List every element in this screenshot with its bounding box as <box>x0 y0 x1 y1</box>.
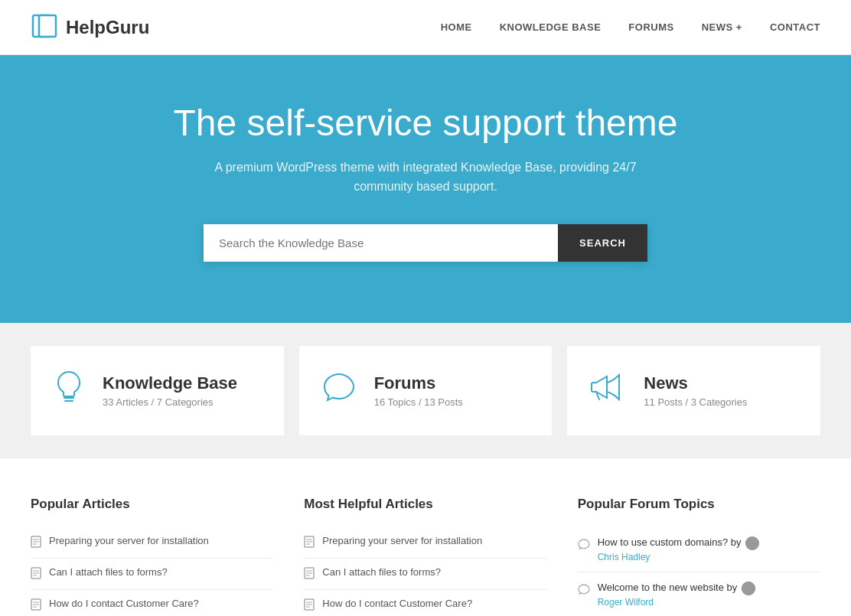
list-item[interactable]: How to use custom domains? by Chris Hadl… <box>578 527 820 572</box>
chat-icon <box>322 371 356 410</box>
search-input[interactable] <box>204 224 558 262</box>
forum-topics-heading: Popular Forum Topics <box>578 497 820 512</box>
list-item[interactable]: How do I contact Customer Care? <box>304 590 546 616</box>
article-title: Can I attach files to forms? <box>49 566 168 578</box>
logo[interactable]: HelpGuru <box>31 14 149 41</box>
forum-author-link[interactable]: Roger Wilford <box>598 597 654 608</box>
list-item[interactable]: Preparing your server for installation <box>304 527 546 559</box>
search-button[interactable]: SEARCH <box>558 224 647 262</box>
main-nav: HOME KNOWLEDGE BASE FORUMS NEWS + CONTAC… <box>441 21 820 33</box>
hero-title: The self-service support theme <box>15 101 836 145</box>
article-icon <box>31 598 41 613</box>
forum-item-content: How to use custom domains? by Chris Hadl… <box>598 536 761 562</box>
forum-topic-meta: Roger Wilford <box>598 597 757 608</box>
nav-knowledge-base[interactable]: KNOWLEDGE BASE <box>500 21 602 33</box>
article-title: Preparing your server for installation <box>322 535 482 546</box>
list-item[interactable]: Preparing your server for installation <box>31 527 273 559</box>
knowledge-base-title: Knowledge Base <box>103 373 237 393</box>
header: HelpGuru HOME KNOWLEDGE BASE FORUMS NEWS… <box>0 0 851 55</box>
logo-text: HelpGuru <box>66 17 149 38</box>
popular-articles-col: Popular Articles Preparing your server f… <box>31 497 273 616</box>
hero-subtitle: A premium WordPress theme with integrate… <box>211 158 640 197</box>
knowledge-base-detail: 33 Articles / 7 Categories <box>103 396 237 408</box>
search-bar: SEARCH <box>204 224 647 262</box>
list-item[interactable]: How do I contact Customer Care? <box>31 590 273 616</box>
popular-articles-heading: Popular Articles <box>31 497 273 512</box>
forums-title: Forums <box>374 373 463 393</box>
article-icon <box>31 567 41 582</box>
logo-icon <box>31 14 58 41</box>
nav-news[interactable]: NEWS + <box>702 21 742 33</box>
forums-info: Forums 16 Topics / 13 Posts <box>374 373 463 408</box>
helpful-articles-list: Preparing your server for installation C… <box>304 527 546 616</box>
article-icon <box>304 536 315 550</box>
article-title: Can I attach files to forms? <box>322 566 441 578</box>
nav-home[interactable]: HOME <box>441 21 472 33</box>
article-title: How do I contact Customer Care? <box>322 598 472 609</box>
article-title: Preparing your server for installation <box>49 535 209 546</box>
knowledge-base-info: Knowledge Base 33 Articles / 7 Categorie… <box>103 373 237 408</box>
popular-articles-list: Preparing your server for installation C… <box>31 527 273 616</box>
helpful-articles-col: Most Helpful Articles Preparing your ser… <box>304 497 546 616</box>
avatar <box>745 536 759 550</box>
article-icon <box>304 598 315 613</box>
list-item[interactable]: Welcome to the new website by Roger Wilf… <box>578 572 820 616</box>
article-title: How do I contact Customer Care? <box>49 598 199 609</box>
forum-topics-list: How to use custom domains? by Chris Hadl… <box>578 527 820 616</box>
news-info: News 11 Posts / 3 Categories <box>644 373 747 408</box>
stat-forums[interactable]: Forums 16 Topics / 13 Posts <box>299 346 553 435</box>
nav-forums[interactable]: FORUMS <box>628 21 673 33</box>
lightbulb-icon <box>54 369 84 412</box>
forum-item-content: Welcome to the new website by Roger Wilf… <box>598 582 757 608</box>
stat-knowledge-base[interactable]: Knowledge Base 33 Articles / 7 Categorie… <box>31 346 284 435</box>
article-icon <box>304 567 315 582</box>
forum-chat-icon <box>578 583 590 598</box>
stat-news[interactable]: News 11 Posts / 3 Categories <box>567 346 820 435</box>
list-item[interactable]: Can I attach files to forms? <box>304 559 546 590</box>
forums-detail: 16 Topics / 13 Posts <box>374 396 463 408</box>
svg-rect-1 <box>39 15 56 37</box>
forum-author-link[interactable]: Chris Hadley <box>598 552 650 562</box>
nav-contact[interactable]: CONTACT <box>770 21 820 33</box>
forum-topic-title: Welcome to the new website by <box>598 582 757 595</box>
news-detail: 11 Posts / 3 Categories <box>644 396 747 408</box>
forum-topic-title: How to use custom domains? by <box>598 536 761 550</box>
news-title: News <box>644 373 747 393</box>
avatar <box>742 582 755 595</box>
forum-topics-col: Popular Forum Topics How to use custom d… <box>578 497 820 616</box>
forum-chat-icon <box>578 538 590 552</box>
hero-section: The self-service support theme A premium… <box>0 55 851 323</box>
content-grid: Popular Articles Preparing your server f… <box>31 497 820 616</box>
helpful-articles-heading: Most Helpful Articles <box>304 497 546 512</box>
stats-grid: Knowledge Base 33 Articles / 7 Categorie… <box>31 346 820 435</box>
article-icon <box>31 536 41 550</box>
content-section: Popular Articles Preparing your server f… <box>0 458 851 616</box>
megaphone-icon <box>590 372 625 409</box>
stats-section: Knowledge Base 33 Articles / 7 Categorie… <box>0 323 851 458</box>
forum-topic-meta: Chris Hadley <box>598 552 761 562</box>
list-item[interactable]: Can I attach files to forms? <box>31 559 273 590</box>
